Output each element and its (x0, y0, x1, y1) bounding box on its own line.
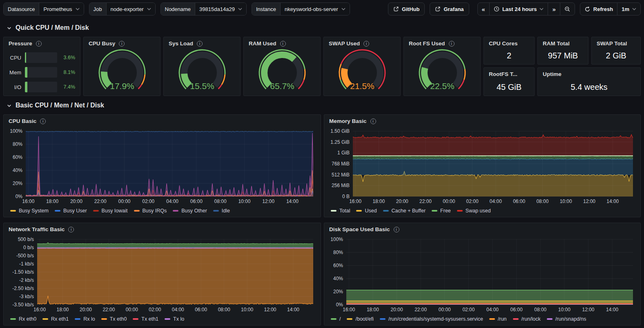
panel-header[interactable]: SWAP Total (597, 40, 627, 47)
panel-header[interactable]: Memory Basic i (329, 118, 376, 124)
info-icon[interactable]: i (363, 41, 369, 47)
variable-datasource-value[interactable]: Prometheus (39, 3, 83, 15)
info-icon[interactable]: i (370, 118, 376, 124)
y-axis-label: 60% (13, 154, 22, 160)
legend-item[interactable]: Total (331, 208, 350, 214)
disk-space-used-basic-chart[interactable]: 0%20%40%60%80%100%16:0018:0020:0022:0000… (328, 237, 637, 314)
legend-item[interactable]: Busy Iowait (93, 208, 128, 214)
info-icon[interactable]: i (280, 41, 286, 47)
legend-swatch (331, 210, 336, 212)
grafana-link-button[interactable]: Grafana (430, 2, 469, 16)
legend-label: /run/credentials/systemd-sysusers.servic… (388, 316, 483, 322)
x-axis-label: 02:00 (462, 307, 475, 312)
memory-basic-chart[interactable]: 0 B256 MiB512 MiB768 MiB1 GiB1.25 GiB1.5… (328, 129, 637, 205)
swap-used-gauge: 21.5% (324, 48, 400, 95)
legend-item[interactable]: Cache + Buffer (383, 208, 426, 214)
variable-datasource: Datasource Prometheus (3, 2, 84, 16)
variable-nodename-label: Nodename (161, 3, 196, 15)
panel-header[interactable]: CPU Basic i (9, 118, 46, 124)
legend-label: /boot/efi (355, 316, 373, 322)
panel-title: CPU Basic (9, 118, 36, 124)
legend-label: Swap used (466, 208, 491, 214)
github-link-button[interactable]: GitHub (388, 2, 425, 16)
y-axis-label: -3.50 kb/s (12, 302, 34, 308)
time-zoom-out-button[interactable] (560, 3, 575, 15)
legend-item[interactable]: Tx eth0 (101, 316, 127, 322)
refresh-interval-dropdown[interactable]: 1m (617, 3, 640, 15)
section-quick-cpu-mem-disk[interactable]: Quick CPU / Mem / Disk (7, 23, 89, 33)
time-shift-forward-button[interactable]: » (548, 3, 560, 15)
info-icon[interactable]: i (36, 41, 42, 47)
root-fs-used-gauge: 22.5% (404, 48, 480, 95)
legend-swatch (457, 210, 463, 212)
legend-item[interactable]: Rx eth0 (10, 316, 36, 322)
y-axis-label: 0% (336, 302, 343, 308)
variable-job-value[interactable]: node-exporter (107, 3, 155, 15)
info-icon[interactable]: i (394, 227, 399, 232)
legend-item[interactable]: Rx lo (75, 316, 95, 322)
legend-item[interactable]: / (331, 316, 341, 322)
ram-used-gauge: 65.7% (244, 48, 320, 95)
refresh-button[interactable]: Refresh (580, 3, 617, 15)
legend-label: Idle (222, 208, 230, 214)
refresh-controls: Refresh 1m (580, 2, 641, 16)
chart-canvas[interactable]: 0 B256 MiB512 MiB768 MiB1 GiB1.25 GiB1.5… (328, 129, 637, 205)
pressure-value: 3.6% (57, 55, 75, 60)
panel-header[interactable]: CPU Busy i (89, 40, 125, 47)
panel-uptime: Uptime 5.4 weeks (537, 67, 641, 96)
panel-header[interactable]: SWAP Used i (329, 40, 369, 47)
legend-item[interactable]: Used (356, 208, 377, 214)
x-axis-label: 06:00 (513, 199, 525, 204)
grafana-link-label: Grafana (443, 6, 464, 12)
info-icon[interactable]: i (119, 41, 125, 47)
legend-item[interactable]: Idle (213, 208, 230, 214)
panel-header[interactable]: CPU Cores (489, 40, 518, 47)
variable-nodename-value[interactable]: 39815da14a29 (195, 3, 246, 15)
legend-item[interactable]: /run/snapd/ns (547, 316, 586, 322)
chart-canvas[interactable]: 500 b/s0 b/s-500 b/s-1 kb/s-1.50 kb/s-2 … (7, 237, 317, 314)
legend-item[interactable]: Busy IRQs (134, 208, 167, 214)
chart-canvas[interactable]: 0%20%40%60%80%100%16:0018:0020:0022:0000… (328, 237, 637, 314)
legend-item[interactable]: Busy User (55, 208, 87, 214)
panel-header[interactable]: Disk Space Used Basic i (329, 226, 399, 232)
legend-swatch (93, 210, 99, 212)
panel-header[interactable]: RAM Used i (249, 40, 286, 47)
panel-header[interactable]: Uptime (543, 71, 562, 77)
legend-item[interactable]: /run/lock (513, 316, 541, 322)
info-icon[interactable]: i (197, 41, 203, 47)
x-axis-label: 10:00 (560, 199, 572, 204)
time-shift-back-button[interactable]: « (478, 3, 490, 15)
legend-swatch (347, 318, 352, 320)
time-range-picker[interactable]: Last 24 hours (490, 3, 548, 15)
chart-canvas[interactable]: 0%20%40%60%80%100%16:0018:0020:0022:0000… (7, 129, 317, 205)
info-icon[interactable]: i (449, 41, 455, 47)
legend-item[interactable]: Rx eth1 (42, 316, 69, 322)
y-axis-label: -1.50 kb/s (12, 269, 34, 275)
legend-item[interactable]: Swap used (457, 208, 491, 214)
legend-item[interactable]: Busy Other (173, 208, 207, 214)
legend-item[interactable]: /run (489, 316, 507, 322)
panel-header[interactable]: Root FS Used i (409, 40, 455, 47)
section-basic-cpu-mem-net-disk[interactable]: Basic CPU / Mem / Net / Disk (7, 100, 104, 110)
panel-header[interactable]: RootFS T... (489, 71, 517, 77)
y-axis-label: 20% (333, 289, 343, 295)
info-icon[interactable]: i (40, 118, 46, 124)
x-axis-label: 18:00 (367, 307, 379, 312)
panel-header[interactable]: RAM Total (543, 40, 570, 47)
legend-item[interactable]: /boot/efi (347, 316, 373, 322)
variable-instance-value[interactable]: nkeysworld-obs-server (281, 3, 350, 15)
legend-item[interactable]: Busy System (10, 208, 49, 214)
legend-item[interactable]: Tx lo (165, 316, 184, 322)
series-line (37, 243, 313, 244)
legend-item[interactable]: /run/credentials/systemd-sysusers.servic… (380, 316, 483, 322)
legend-item[interactable]: Tx eth1 (133, 316, 158, 322)
cpu-basic-chart[interactable]: 0%20%40%60%80%100%16:0018:0020:0022:0000… (7, 129, 317, 205)
panel-header[interactable]: Sys Load i (169, 40, 203, 47)
legend-item[interactable]: Free (432, 208, 451, 214)
info-icon[interactable]: i (68, 227, 74, 232)
network-traffic-basic-chart[interactable]: 500 b/s0 b/s-500 b/s-1 kb/s-1.50 kb/s-2 … (7, 237, 317, 314)
panel-header[interactable]: Pressure i (9, 40, 42, 47)
panel-header[interactable]: Network Traffic Basic i (9, 226, 74, 232)
pressure-bar-fill (25, 82, 27, 92)
series-line (353, 134, 633, 138)
